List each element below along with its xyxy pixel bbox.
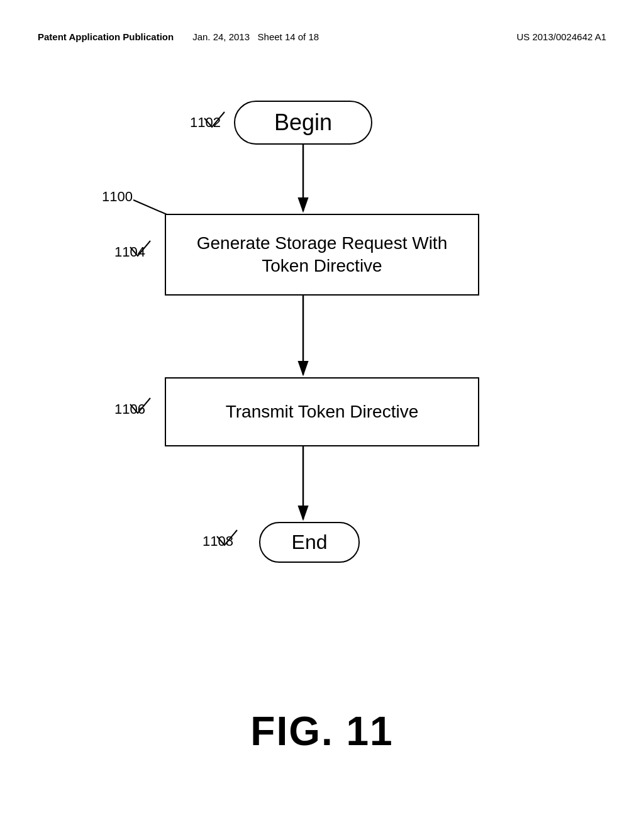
flowchart-diagram: 1100 1102 Begin 1104 Generate Storage Re… — [64, 88, 580, 604]
end-text: End — [292, 531, 328, 554]
begin-shape: Begin — [234, 101, 372, 145]
generate-text: Generate Storage Request WithToken Direc… — [197, 232, 447, 278]
ref-label-1106: 1106 — [114, 401, 145, 418]
header: Patent Application Publication Jan. 24, … — [38, 31, 606, 42]
page: Patent Application Publication Jan. 24, … — [0, 0, 644, 830]
end-shape: End — [259, 522, 360, 563]
ref-label-1100: 1100 — [102, 189, 133, 205]
transmit-text: Transmit Token Directive — [226, 402, 419, 422]
publication-label: Patent Application Publication — [38, 31, 174, 42]
figure-caption: FIG. 11 — [0, 708, 644, 755]
ref-label-1102: 1102 — [190, 114, 221, 131]
patent-number: US 2013/0024642 A1 — [516, 31, 606, 42]
transmit-shape: Transmit Token Directive — [165, 377, 479, 446]
diagram-container: 1100 1102 Begin 1104 Generate Storage Re… — [38, 88, 606, 641]
begin-text: Begin — [274, 109, 332, 136]
ref-label-1108: 1108 — [203, 533, 233, 550]
ref-label-1104: 1104 — [114, 244, 145, 260]
generate-shape: Generate Storage Request WithToken Direc… — [165, 214, 479, 296]
publication-date: Jan. 24, 2013 Sheet 14 of 18 — [192, 31, 319, 42]
